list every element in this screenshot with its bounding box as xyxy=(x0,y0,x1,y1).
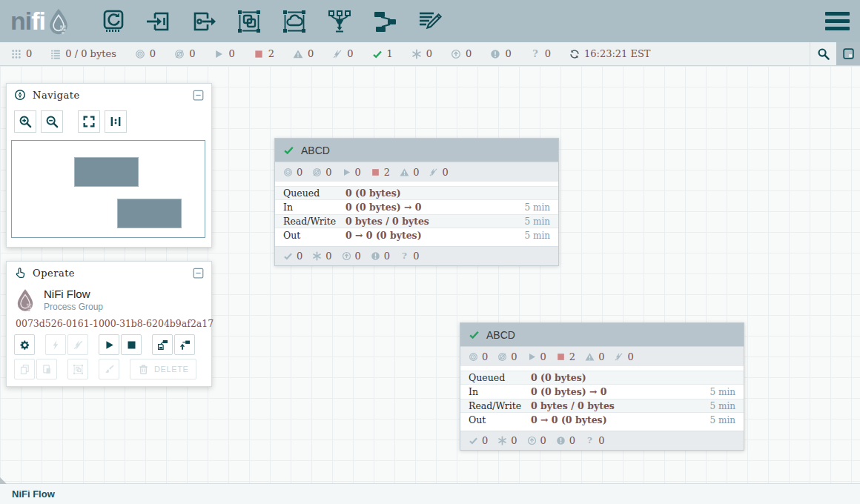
not-transmitting-icon xyxy=(497,352,507,362)
stop-button[interactable] xyxy=(121,334,142,355)
zoom-out-icon xyxy=(45,115,59,128)
disabled-icon xyxy=(429,168,438,177)
zoom-out-button[interactable] xyxy=(41,110,63,133)
configure-button[interactable] xyxy=(14,334,35,355)
flow-canvas[interactable]: Navigate Operate NiFi Flow Process Group xyxy=(0,66,860,483)
drag-processor-button[interactable] xyxy=(99,6,128,37)
last-refreshed-time: 16:23:21 EST xyxy=(584,48,651,59)
exclamation-circle-icon xyxy=(556,436,566,445)
running-icon xyxy=(342,168,351,177)
operate-buttons-row1 xyxy=(7,334,211,355)
disabled-icon xyxy=(614,352,624,362)
pg-header: ABCD xyxy=(460,323,744,346)
locally-modified-and-stale-icon xyxy=(490,49,500,59)
status-stopped: 2 xyxy=(254,48,274,59)
actual-size-button[interactable] xyxy=(105,110,127,133)
zoom-in-button[interactable] xyxy=(14,110,36,133)
gear-icon xyxy=(19,339,30,351)
status-not-transmitting: 0 xyxy=(174,48,195,59)
change-color-button[interactable] xyxy=(99,359,119,379)
pg-invalid: 0 xyxy=(400,167,419,178)
stat-row-read-write: Read/Write 0 bytes / 0 bytes 5 min xyxy=(275,214,558,228)
enable-button[interactable] xyxy=(45,334,66,355)
status-up-to-date: 1 xyxy=(372,48,393,59)
zoom-fit-button[interactable] xyxy=(78,110,100,133)
pg-invalid: 0 xyxy=(585,351,604,362)
drag-output-port-button[interactable] xyxy=(189,6,219,37)
refresh-icon xyxy=(569,49,580,59)
status-refresh[interactable]: 16:23:21 EST xyxy=(569,48,651,59)
operate-selection: NiFi Flow Process Group xyxy=(7,284,211,314)
stale-icon xyxy=(451,49,461,59)
delete-button[interactable]: DELETE xyxy=(130,359,196,379)
nifi-logo: nifi xyxy=(10,7,70,36)
arrow-up-circle-icon xyxy=(527,436,537,445)
drag-input-port-button[interactable] xyxy=(144,6,173,37)
stat-row-in: In 0 (0 bytes) → 0 5 min xyxy=(460,385,744,399)
up-to-date-icon xyxy=(372,49,383,59)
check-icon xyxy=(283,251,293,261)
pg-locally-modified: 0 xyxy=(497,435,517,446)
disable-button[interactable] xyxy=(67,334,88,355)
pg-not-transmitting: 0 xyxy=(312,167,331,178)
process-group-abcd-1[interactable]: ABCD 0 0 0 2 0 0 Queued 0 (0 bytes) In 0… xyxy=(274,138,559,266)
drag-template-button[interactable] xyxy=(370,6,400,37)
logo-text-fi: fi xyxy=(31,7,45,36)
bolt-icon xyxy=(50,339,62,351)
copy-button[interactable] xyxy=(14,359,35,379)
birdseye-toggle-button[interactable] xyxy=(836,42,860,65)
stat-row-out: Out 0 → 0 (0 bytes) 5 min xyxy=(460,413,744,427)
breadcrumb-corner xyxy=(0,477,7,484)
pg-locally-modified-and-stale: 0 xyxy=(556,435,575,446)
pg-counts: 0 0 0 2 0 0 xyxy=(460,346,744,366)
stat-row-out: Out 0 → 0 (0 bytes) 5 min xyxy=(275,228,558,242)
group-button[interactable] xyxy=(67,359,88,379)
selection-id: 0073d526-0161-1000-31b8-6204b9af2a17 xyxy=(7,314,211,334)
pg-stale: 0 xyxy=(342,251,361,262)
hand-icon xyxy=(14,267,26,279)
exclamation-circle-icon xyxy=(371,251,380,261)
question-icon: ? xyxy=(585,436,595,445)
upload-template-button[interactable] xyxy=(174,334,195,355)
selection-name: NiFi Flow xyxy=(44,288,103,300)
search-button[interactable] xyxy=(810,42,836,65)
pg-header: ABCD xyxy=(275,139,558,162)
drag-remote-process-group-button[interactable] xyxy=(280,6,309,37)
collapse-operate-button[interactable] xyxy=(193,268,204,279)
invalid-icon xyxy=(400,168,409,177)
active-threads-icon xyxy=(11,49,22,59)
drag-funnel-button[interactable] xyxy=(325,6,354,37)
upload-template-icon xyxy=(179,339,191,351)
navigate-title: Navigate xyxy=(33,90,186,101)
paste-button[interactable] xyxy=(36,359,57,379)
birdseye-minimap[interactable] xyxy=(11,140,205,238)
copy-icon xyxy=(19,364,30,375)
pg-stale: 0 xyxy=(527,435,546,446)
global-menu-button[interactable] xyxy=(825,9,850,33)
pg-disabled: 0 xyxy=(614,351,633,362)
actual-size-icon xyxy=(109,115,122,128)
search-icon xyxy=(817,47,830,60)
create-template-button[interactable] xyxy=(152,334,173,355)
locally-modified-icon xyxy=(411,49,422,59)
pg-stopped: 2 xyxy=(371,167,390,178)
status-transmitting: 0 xyxy=(135,48,156,59)
process-group-abcd-2[interactable]: ABCD 0 0 0 2 0 0 Queued 0 (0 bytes) In 0… xyxy=(460,322,744,451)
funnel-icon xyxy=(327,10,352,33)
output-port-icon xyxy=(191,10,216,33)
drag-label-button[interactable] xyxy=(415,6,445,37)
svg-text:?: ? xyxy=(532,49,538,59)
status-queued: 0 / 0 bytes xyxy=(50,48,116,59)
operate-panel: Operate NiFi Flow Process Group 0073d526… xyxy=(6,261,212,387)
brush-icon xyxy=(104,364,115,375)
not-transmitting-icon xyxy=(174,49,185,59)
status-active-threads: 0 xyxy=(11,48,32,59)
navigate-panel: Navigate xyxy=(6,83,212,248)
collapse-navigate-button[interactable] xyxy=(193,90,204,101)
stop-icon xyxy=(126,339,137,351)
stat-row-queued: Queued 0 (0 bytes) xyxy=(460,371,744,385)
drag-process-group-button[interactable] xyxy=(234,6,264,37)
start-button[interactable] xyxy=(99,334,119,355)
breadcrumb-root-link[interactable]: NiFi Flow xyxy=(12,488,55,500)
stat-row-queued: Queued 0 (0 bytes) xyxy=(275,186,558,200)
